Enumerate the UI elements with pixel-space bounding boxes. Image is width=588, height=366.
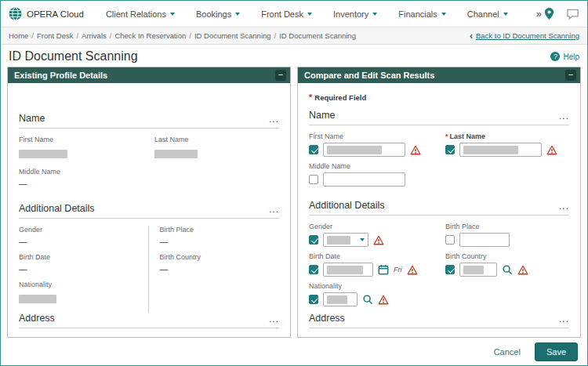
panel-body: * Required Field Name ... First Name [298, 83, 580, 337]
panels-container: Existing Profile Details − Name ... Firs… [1, 67, 587, 338]
birth-date-input[interactable] [323, 263, 373, 277]
menu-bookings[interactable]: Bookings [196, 9, 240, 19]
name-section: Name ... First Name Last Name Middle Nam… [19, 113, 279, 195]
scan-field-birth-place: Birth Place [445, 223, 569, 247]
section-actions-menu[interactable]: ... [559, 111, 569, 121]
warning-icon [546, 145, 557, 155]
pin-icon[interactable] [543, 7, 555, 20]
chevron-down-icon [170, 13, 175, 16]
chevron-down-icon [307, 13, 312, 16]
chevron-left-icon: ‹ [470, 31, 473, 41]
redacted-value [327, 266, 363, 274]
birth-place-checkbox[interactable] [445, 235, 455, 245]
scan-field-last-name: * Last Name [445, 132, 569, 157]
chevron-down-icon [360, 238, 365, 241]
scan-field-birth-country: Birth Country [445, 252, 569, 277]
breadcrumb-home[interactable]: Home [9, 31, 28, 40]
compare-edit-scan-results-panel: Compare and Edit Scan Results − * Requir… [297, 67, 581, 338]
section-actions-menu[interactable]: ... [269, 205, 279, 214]
breadcrumb: Home / Front Desk / Arrivals / Check In … [1, 27, 587, 45]
last-name-checkbox[interactable] [445, 145, 455, 154]
redacted-value [154, 150, 198, 158]
menu-front-desk[interactable]: Front Desk [261, 9, 312, 19]
collapse-panel-button[interactable]: − [275, 70, 286, 81]
calendar-icon[interactable] [378, 264, 389, 275]
redacted-value [19, 150, 67, 158]
birth-country-checkbox[interactable] [445, 265, 455, 274]
breadcrumb-id-document-scanning[interactable]: ID Document Scanning [194, 31, 271, 40]
save-button[interactable]: Save [535, 342, 578, 361]
required-asterisk: * [445, 132, 448, 140]
breadcrumb-check-in-reservation[interactable]: Check In Reservation [114, 31, 186, 40]
chevron-down-icon [503, 13, 508, 16]
search-icon[interactable] [362, 294, 373, 305]
field-birth-place: Birth Place — [160, 226, 280, 246]
additional-details-section: Additional Details ... Gender Birth [309, 200, 569, 312]
field-gender: Gender — [19, 226, 139, 246]
redacted-value [327, 236, 350, 245]
menu-inventory[interactable]: Inventory [333, 9, 377, 19]
menu-channel[interactable]: Channel [467, 9, 508, 19]
name-section: Name ... First Name [309, 110, 569, 192]
scan-field-middle-name: Middle Name [309, 162, 433, 187]
section-actions-menu[interactable]: ... [559, 314, 569, 324]
cancel-button[interactable]: Cancel [494, 347, 521, 357]
section-actions-menu[interactable]: ... [269, 314, 279, 324]
panel-title: Compare and Edit Scan Results [304, 71, 434, 80]
nationality-input[interactable] [323, 292, 358, 306]
gender-select[interactable] [323, 233, 368, 247]
gender-checkbox[interactable] [309, 235, 318, 245]
first-name-input[interactable] [323, 143, 405, 157]
existing-profile-details-panel: Existing Profile Details − Name ... Firs… [7, 67, 291, 338]
redacted-value [463, 146, 518, 154]
menu-financials[interactable]: Financials [398, 9, 446, 19]
section-title-address: Address [19, 313, 55, 324]
breadcrumb-arrivals[interactable]: Arrivals [82, 31, 107, 40]
brand-name: OPERA Cloud [27, 9, 84, 19]
divider [309, 215, 569, 216]
last-name-input[interactable] [459, 143, 542, 157]
back-to-id-document-scanning-link[interactable]: ‹ Back to ID Document Scanning [470, 31, 579, 41]
birth-country-input[interactable] [459, 263, 497, 277]
divider [19, 128, 279, 129]
first-name-checkbox[interactable] [309, 145, 318, 154]
warning-icon [407, 265, 418, 275]
middle-name-input[interactable] [323, 172, 405, 187]
birth-date-day: Fri [394, 266, 402, 274]
spacer [19, 89, 279, 113]
warning-icon [517, 265, 528, 275]
section-title-address: Address [309, 313, 345, 324]
menu-client-relations[interactable]: Client Relations [106, 9, 175, 19]
additional-details-section: Additional Details ... Gender — Birth Da… [19, 203, 279, 313]
breadcrumb-separator: / [274, 31, 277, 40]
menu-overflow-chevrons[interactable]: » [536, 8, 542, 20]
divider [19, 218, 279, 219]
brand-logo[interactable]: OPERA Cloud [9, 7, 84, 20]
section-actions-menu[interactable]: ... [269, 114, 279, 124]
field-first-name: First Name [19, 136, 143, 161]
collapse-panel-button[interactable]: − [565, 70, 576, 81]
chat-icon[interactable] [566, 8, 579, 20]
search-icon[interactable] [502, 264, 513, 275]
main-menu: Client Relations Bookings Front Desk Inv… [106, 9, 508, 19]
chevron-down-icon [235, 13, 240, 16]
field-last-name: Last Name [154, 136, 279, 161]
birth-date-checkbox[interactable] [309, 265, 318, 274]
address-section: Address ... [19, 313, 279, 337]
middle-name-checkbox[interactable] [309, 175, 318, 184]
breadcrumb-separator: / [76, 31, 78, 40]
top-right-icons [543, 7, 579, 20]
footer-action-bar: Cancel Save [1, 338, 587, 365]
breadcrumb-front-desk[interactable]: Front Desk [37, 31, 73, 40]
opera-cloud-window: { "ui": { "ellipsis": "...", "collapse":… [0, 0, 588, 366]
birth-place-input[interactable] [459, 233, 510, 247]
scan-field-nationality: Nationality [309, 282, 433, 306]
section-actions-menu[interactable]: ... [559, 201, 569, 211]
nationality-checkbox[interactable] [309, 295, 318, 304]
redacted-value [327, 146, 382, 154]
help-icon: ? [550, 52, 560, 61]
field-birth-country: Birth Country — [160, 253, 280, 274]
help-link[interactable]: ? Help [550, 52, 579, 61]
scan-field-birth-date: Birth Date Fri [309, 252, 433, 277]
breadcrumb-id-document-scanning-2[interactable]: ID Document Scanning [279, 31, 356, 40]
